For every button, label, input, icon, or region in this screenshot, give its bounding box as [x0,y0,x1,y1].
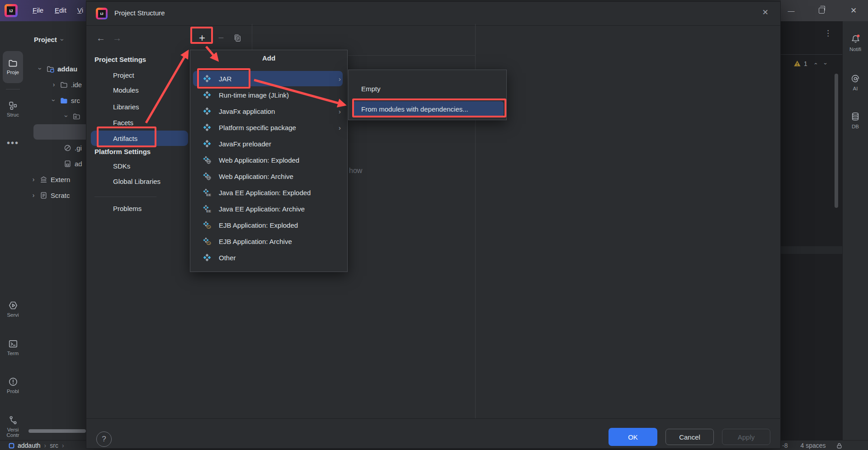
tree-label: Scratc [51,192,70,199]
sidebar-item-label: Struc [0,112,26,117]
tree-row-addauth[interactable]: › addau [26,61,86,76]
chevron-right-icon[interactable]: › [51,81,57,88]
ok-button[interactable]: OK [609,428,657,446]
cancel-button[interactable]: Cancel [665,429,714,445]
sidebar-item-structure[interactable]: Struc [0,101,26,117]
menu-item-javaee-exploded[interactable]: Java EE Application: Exploded [190,184,348,201]
lock-icon[interactable] [836,442,843,449]
menu-view[interactable]: Vi [75,5,86,15]
tree-row-src[interactable]: › src [26,93,86,108]
menu-edit[interactable]: Edit [52,5,69,15]
sidebar-item-label: Term [0,351,26,356]
external-libraries-icon [40,176,47,183]
close-window-icon[interactable]: ✕ [849,6,858,15]
status-encoding-fragment[interactable]: -8 [782,442,788,449]
panel-divider [252,24,252,50]
nav-item-global-libraries[interactable]: Global Libraries [113,176,160,187]
inspection-widget[interactable]: 1 › › [793,60,826,67]
ejb-artifact-icon [203,237,211,245]
chevron-right-icon[interactable]: › [31,176,36,183]
chevron-down-icon[interactable]: › [63,113,70,119]
chevron-down-icon[interactable]: › [50,98,57,103]
tree-row-external-libraries[interactable]: › Extern [26,172,86,187]
tree-row-gitignore[interactable]: .gi [26,140,86,155]
database-icon [850,111,861,122]
breadcrumb-module[interactable]: addauth [18,442,41,449]
menu-item-javaee-archive[interactable]: Java EE Application: Archive [190,201,348,217]
menu-item-label: EJB Application: Archive [219,238,292,245]
sidebar-item-terminal[interactable]: Term [0,339,26,356]
menu-item-platform-specific-package[interactable]: Platform specific package › [190,119,348,136]
sidebar-item-project[interactable]: Proje [0,58,26,75]
menu-item-web-archive[interactable]: Web Application: Archive [190,168,348,184]
nav-item-project[interactable]: Project [113,70,134,80]
tree-label: .gi [75,144,82,152]
minimize-icon[interactable]: — [787,6,796,15]
apply-button[interactable]: Apply [722,429,770,445]
menu-item-javafx-preloader[interactable]: JavaFx preloader [190,136,348,152]
sidebar-item-problems[interactable]: Probl [0,377,26,394]
nav-section-project-settings: Project Settings [94,56,146,63]
tree-row-idea[interactable]: › .ide [26,77,86,92]
menu-file[interactable]: File [30,5,46,15]
intellij-logo-icon: IJ [5,4,18,17]
sidebar-item-ai[interactable]: AI [843,73,868,91]
vertical-scrollbar[interactable] [835,74,838,208]
tree-row-package[interactable]: › [26,108,86,124]
help-button[interactable]: ? [96,431,112,447]
next-warning-icon[interactable]: › [822,63,829,65]
status-indent[interactable]: 4 spaces [800,442,826,449]
breadcrumb-src[interactable]: src [50,442,58,449]
chevron-down-icon[interactable]: › [37,66,44,71]
tree-label: Extern [51,176,70,183]
status-bar-left: addauth › src › [0,440,86,450]
nav-item-modules[interactable]: Modules [113,84,139,95]
javaee-artifact-icon [203,205,211,213]
menu-item-other[interactable]: Other [190,249,348,266]
sidebar-item-more[interactable]: ••• [0,138,26,148]
sidebar-item-label: Servi [0,312,26,318]
copy-artifact-icon[interactable] [231,32,244,44]
sidebar-item-services[interactable]: Servi [0,300,26,318]
remove-artifact-icon[interactable]: − [215,32,227,44]
close-dialog-icon[interactable]: ✕ [762,8,769,17]
main-title-bar-right: — ✕ [781,0,868,21]
sidebar-item-database[interactable]: DB [843,111,868,129]
sidebar-item-notifications[interactable]: Notifi [843,33,868,52]
submenu-item-empty[interactable]: Empty [352,81,504,96]
breadcrumb-separator: › [44,442,47,449]
tree-row-scratches[interactable]: › Scratc [26,188,86,203]
nav-item-sdks[interactable]: SDKs [113,160,130,171]
status-bar-right: -8 4 spaces [781,440,868,450]
project-panel-header[interactable]: Project › [34,36,65,43]
menu-item-label: JavaFx application [219,108,275,115]
scratches-icon [40,192,47,199]
sidebar-item-label: Notifi [843,47,868,52]
chevron-right-icon[interactable]: › [31,192,36,199]
javaee-artifact-icon [203,188,211,197]
nav-item-problems[interactable]: Problems [113,203,142,214]
menu-item-runtime-image[interactable]: Run-time image (JLink) [190,87,348,103]
horizontal-scrollbar[interactable] [28,429,86,433]
help-label: ? [102,435,106,444]
version-control-tool-icon [8,415,18,425]
tree-row-module-file[interactable]: ad [26,156,86,171]
kebab-menu-icon[interactable]: ⋮ [824,32,829,35]
restore-icon[interactable] [819,8,825,14]
menu-item-label: Other [219,254,236,262]
back-icon[interactable]: ← [94,32,107,44]
source-root-folder-icon [60,97,68,104]
menu-item-ejb-exploded[interactable]: EJB Application: Exploded [190,217,348,233]
sidebar-item-version-control[interactable]: Versi Contr [0,415,26,438]
structure-tool-icon [8,101,18,110]
forward-icon[interactable]: → [111,32,123,44]
menu-item-ejb-archive[interactable]: EJB Application: Archive [190,233,348,249]
prev-warning-icon[interactable]: › [812,63,819,65]
services-tool-icon [8,300,18,310]
sidebar-item-label: Proje [0,70,26,75]
menu-item-javafx-application[interactable]: JavaFx application › [190,103,348,119]
terminal-tool-icon [8,339,18,349]
menu-item-web-exploded[interactable]: Web Application: Exploded [190,152,348,168]
nav-item-libraries[interactable]: Libraries [113,101,139,112]
tree-row-selected[interactable] [26,124,86,140]
